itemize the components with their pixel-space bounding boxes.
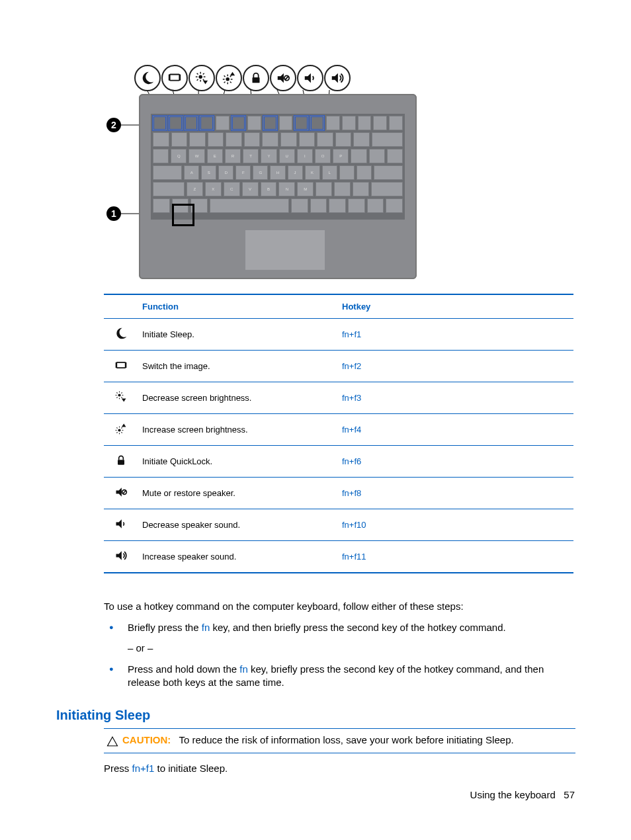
callout-2: 2 (106, 118, 121, 132)
keyboard-diagram: QWERTYUIOP ASDFGHJKL ZXCVBNM 2 1 (103, 60, 420, 284)
hotkey-icon-strip (134, 65, 351, 91)
hotkey-text: fn+f1 (132, 763, 155, 774)
page: QWERTYUIOP ASDFGHJKL ZXCVBNM 2 1 F (0, 0, 631, 840)
text: Press and hold down the (128, 663, 239, 675)
volume-down-icon (104, 509, 138, 541)
after-caution-text: Press fn+f1 to initiate Sleep. (104, 763, 573, 774)
svg-point-13 (226, 77, 230, 81)
svg-rect-41 (126, 362, 127, 368)
table-row: Increase screen brightness. fn+f4 (104, 414, 573, 446)
function-cell: Increase speaker sound. (138, 541, 338, 573)
svg-line-48 (121, 397, 122, 398)
or-separator: – or – (128, 642, 573, 655)
svg-marker-67 (116, 551, 122, 560)
caution-icon (106, 735, 118, 747)
svg-rect-39 (116, 362, 125, 368)
function-cell: Switch the image. (138, 351, 338, 382)
touchpad (245, 230, 325, 271)
switch-image-icon (104, 351, 138, 382)
svg-marker-27 (305, 73, 311, 83)
svg-marker-28 (332, 73, 338, 83)
svg-point-52 (118, 429, 120, 431)
svg-line-9 (203, 79, 204, 81)
text: to initiate Sleep. (154, 763, 228, 774)
svg-line-26 (285, 76, 289, 80)
svg-point-3 (198, 75, 202, 79)
callout-1: 1 (106, 206, 121, 221)
hotkey-cell: fn+f3 (338, 382, 573, 414)
svg-marker-51 (122, 399, 126, 402)
svg-marker-24 (278, 73, 284, 83)
mute-icon (104, 478, 138, 509)
caution-label: CAUTION: (122, 734, 171, 745)
table-row: Initiate QuickLock. fn+f6 (104, 446, 573, 478)
svg-point-42 (118, 394, 120, 396)
page-footer: Using the keyboard 57 (470, 789, 575, 800)
brightness-down-icon (104, 382, 138, 414)
hotkey-cell: fn+f6 (338, 446, 573, 478)
svg-marker-61 (122, 424, 126, 427)
svg-line-59 (116, 432, 117, 433)
fn-key-text: fn (202, 622, 210, 633)
table-row: Decrease screen brightness. fn+f3 (104, 382, 573, 414)
sleep-icon (134, 65, 161, 91)
mute-icon (270, 65, 296, 91)
text: key, and then briefly press the second k… (210, 622, 505, 633)
svg-rect-23 (253, 77, 260, 83)
laptop-body: QWERTYUIOP ASDFGHJKL ZXCVBNM (139, 94, 417, 279)
svg-line-57 (116, 427, 117, 428)
hotkey-cell: fn+f1 (338, 319, 573, 351)
table-row: Mute or restore speaker. fn+f8 (104, 478, 573, 509)
hotkey-cell: fn+f10 (338, 509, 573, 541)
text: Briefly press the (128, 622, 202, 633)
brightness-up-icon (104, 414, 138, 446)
svg-marker-22 (230, 72, 235, 76)
svg-rect-40 (116, 362, 117, 368)
col-header-hotkey: Hotkey (338, 294, 573, 319)
page-number: 57 (564, 789, 575, 800)
function-cell: Initiate QuickLock. (138, 446, 338, 478)
bullet-item: Press and hold down the fn key, briefly … (104, 663, 573, 690)
function-cell: Decrease screen brightness. (138, 382, 338, 414)
instructions: To use a hotkey command on the computer … (104, 600, 573, 689)
svg-line-49 (116, 397, 117, 398)
svg-rect-1 (169, 75, 170, 81)
svg-line-50 (121, 392, 122, 393)
svg-line-65 (123, 491, 126, 494)
fn-key-highlight (172, 204, 194, 226)
svg-line-58 (121, 432, 122, 433)
function-cell: Mute or restore speaker. (138, 478, 338, 509)
brightness-down-icon (189, 65, 215, 91)
svg-line-47 (116, 392, 117, 393)
svg-marker-68 (108, 737, 118, 746)
svg-line-20 (224, 82, 226, 83)
hotkey-cell: fn+f8 (338, 478, 573, 509)
switch-image-icon (161, 65, 188, 91)
volume-up-icon (324, 65, 351, 91)
section-heading: Initiating Sleep (56, 708, 631, 723)
function-cell: Increase screen brightness. (138, 414, 338, 446)
volume-down-icon (297, 65, 323, 91)
lock-icon (243, 65, 269, 91)
svg-marker-63 (116, 487, 122, 496)
svg-line-8 (197, 73, 198, 75)
col-header-function: Function (138, 294, 338, 319)
text: Press (104, 763, 132, 774)
svg-line-60 (121, 427, 122, 428)
hotkey-table: Function Hotkey Initiate Sleep. fn+f1 Sw… (104, 294, 573, 573)
table-row: Initiate Sleep. fn+f1 (104, 319, 573, 351)
brightness-up-icon (216, 65, 242, 91)
lock-icon (104, 446, 138, 478)
svg-line-10 (197, 79, 198, 81)
function-cell: Initiate Sleep. (138, 319, 338, 351)
fn-key-text: fn (239, 663, 248, 675)
table-row: Increase speaker sound. fn+f11 (104, 541, 573, 573)
svg-rect-2 (179, 75, 181, 81)
svg-line-11 (203, 73, 204, 75)
hotkey-cell: fn+f2 (338, 351, 573, 382)
hotkey-cell: fn+f11 (338, 541, 573, 573)
bullet-item: Briefly press the fn key, and then brief… (104, 621, 573, 655)
caution-box: CAUTION: To reduce the risk of informati… (104, 728, 575, 753)
svg-line-19 (230, 82, 231, 83)
hotkey-cell: fn+f4 (338, 414, 573, 446)
